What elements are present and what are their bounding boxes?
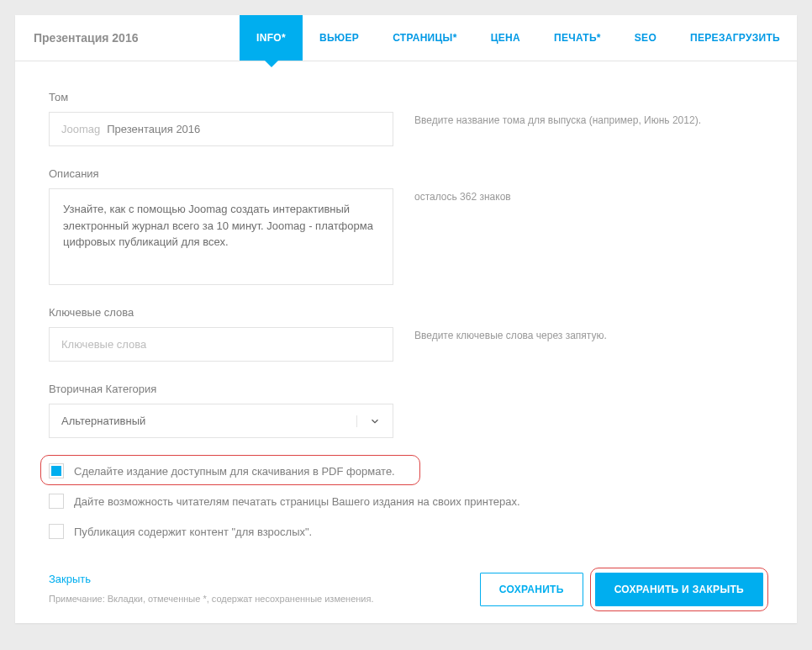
select-category[interactable]: Альтернативный [49, 404, 393, 438]
label-tom: Том [49, 91, 393, 103]
checkbox-adult-label: Публикация содержит контент "для взрослы… [74, 526, 312, 538]
label-keywords: Ключевые слова [49, 306, 393, 319]
label-description: Описания [49, 167, 393, 180]
tab-info[interactable]: INFO* [240, 15, 303, 61]
checkbox-print-label: Дайте возможность читателям печатать стр… [74, 495, 520, 508]
select-category-value: Альтернативный [61, 415, 145, 427]
tab-seo[interactable]: SEO [618, 15, 673, 61]
row-description: Описания Узнайте, как с помощью Joomag с… [49, 167, 763, 285]
footer-note: Примечание: Вкладки, отмеченные *, содер… [49, 594, 374, 604]
input-tom-value: Презентация 2016 [107, 123, 200, 135]
hint-tom: Введите название тома для выпуска (напри… [393, 91, 763, 146]
hint-description: осталось 362 знаков [393, 167, 763, 285]
page-title: Презентация 2016 [15, 15, 200, 61]
input-keywords[interactable]: Ключевые слова [49, 327, 393, 362]
tab-bar: INFO* ВЬЮЕР СТРАНИЦЫ* ЦЕНА ПЕЧАТЬ* SEO П… [240, 15, 797, 61]
settings-panel: Презентация 2016 INFO* ВЬЮЕР СТРАНИЦЫ* Ц… [15, 15, 797, 623]
row-category: Вторичная Категория Альтернативный [49, 383, 763, 438]
row-keywords: Ключевые слова Ключевые слова Введите кл… [49, 306, 763, 362]
hint-keywords: Введите ключевые слова через запятую. [393, 306, 763, 362]
tab-viewer[interactable]: ВЬЮЕР [303, 15, 376, 61]
panel-footer: Закрыть Примечание: Вкладки, отмеченные … [49, 547, 763, 606]
label-category: Вторичная Категория [49, 383, 393, 395]
tab-price[interactable]: ЦЕНА [474, 15, 537, 61]
check-row-print[interactable]: Дайте возможность читателям печатать стр… [49, 494, 763, 509]
checkbox-pdf-label: Сделайте издание доступным для скачивани… [74, 465, 395, 478]
close-link[interactable]: Закрыть [49, 573, 374, 585]
check-row-pdf[interactable]: Сделайте издание доступным для скачивани… [49, 463, 763, 478]
save-and-close-button[interactable]: СОХРАНИТЬ И ЗАКРЫТЬ [595, 573, 763, 606]
save-button[interactable]: СОХРАНИТЬ [480, 573, 583, 606]
panel-header: Презентация 2016 INFO* ВЬЮЕР СТРАНИЦЫ* Ц… [15, 15, 797, 61]
checkbox-print[interactable] [49, 494, 64, 509]
panel-body: Том Joomag Презентация 2016 Введите назв… [15, 61, 797, 623]
input-tom-prefix: Joomag [61, 123, 100, 135]
tab-reload[interactable]: ПЕРЕЗАГРУЗИТЬ [673, 15, 797, 61]
tab-print[interactable]: ПЕЧАТЬ* [537, 15, 618, 61]
chevron-down-icon [356, 415, 381, 427]
input-keywords-placeholder: Ключевые слова [61, 338, 146, 351]
checkbox-pdf[interactable] [49, 463, 64, 478]
checkbox-adult[interactable] [49, 524, 64, 539]
check-row-adult[interactable]: Публикация содержит контент "для взрослы… [49, 524, 763, 539]
row-tom: Том Joomag Презентация 2016 Введите назв… [49, 91, 763, 146]
tab-pages[interactable]: СТРАНИЦЫ* [376, 15, 474, 61]
textarea-description[interactable]: Узнайте, как с помощью Joomag создать ин… [49, 188, 393, 285]
input-tom[interactable]: Joomag Презентация 2016 [49, 112, 393, 146]
